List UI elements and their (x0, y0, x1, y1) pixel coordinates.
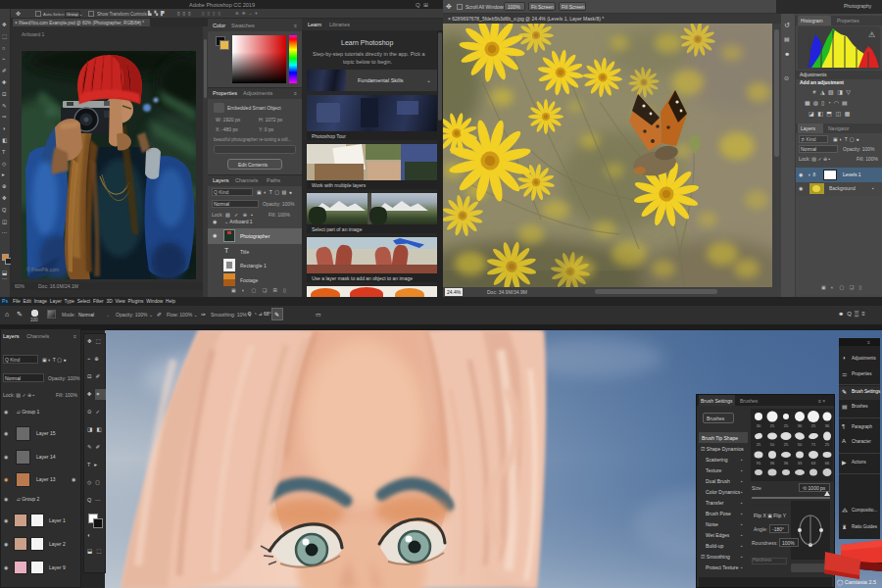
svg-text:36: 36 (798, 423, 803, 428)
svg-text:25: 25 (811, 423, 816, 428)
svg-text:66: 66 (825, 461, 830, 466)
svg-text:50: 50 (770, 442, 775, 447)
svg-text:25: 25 (784, 423, 789, 428)
svg-text:25: 25 (784, 442, 789, 447)
svg-text:25: 25 (770, 423, 775, 428)
svg-text:36: 36 (825, 423, 830, 428)
svg-text:36: 36 (784, 461, 789, 466)
svg-text:95: 95 (757, 461, 761, 466)
svg-text:33: 33 (798, 461, 803, 466)
svg-text:63: 63 (811, 461, 816, 466)
svg-text:25: 25 (825, 442, 830, 447)
svg-text:⚠︎: ⚠︎ (868, 30, 875, 39)
svg-text:71: 71 (811, 442, 816, 447)
svg-text:25: 25 (757, 442, 761, 447)
svg-text:30: 30 (757, 423, 761, 428)
svg-text:50: 50 (798, 442, 803, 447)
svg-text:36: 36 (770, 461, 775, 466)
